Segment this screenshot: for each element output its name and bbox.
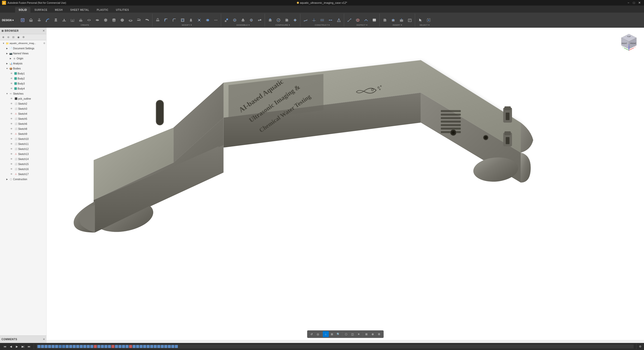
tree-item-bodies[interactable]: ▼ 📦 Bodies (0, 66, 46, 71)
browser-collapse-btn[interactable]: ⊖ (6, 35, 11, 40)
timeline-marker-33[interactable] (150, 345, 153, 348)
sketches-toggle[interactable]: ▼ (6, 92, 9, 95)
body4-eye[interactable]: 👁 (10, 87, 13, 90)
coil-btn[interactable] (135, 15, 143, 25)
sketch17-eye[interactable]: 👁 (10, 172, 13, 176)
orbit-btn[interactable]: ↺ (309, 331, 315, 337)
assemble-btn3[interactable] (239, 15, 247, 25)
design-dropdown[interactable]: DESIGN ▾ (1, 13, 15, 28)
hole-btn[interactable] (85, 15, 93, 25)
timeline-marker-20[interactable] (104, 345, 107, 348)
tree-item-body2[interactable]: 👁 Body2 (0, 76, 46, 81)
construction-toggle[interactable]: ▶ (6, 178, 9, 181)
timeline-marker-39[interactable] (171, 345, 174, 348)
tree-item-sketch17[interactable]: 👁 ⚠ Sketch17 (0, 172, 46, 177)
sweep-btn[interactable] (44, 15, 52, 25)
display-settings-btn[interactable]: ⚙ (376, 331, 382, 337)
sketch4-eye[interactable]: 👁 (10, 112, 13, 115)
sketch13-eye[interactable]: 👁 (10, 152, 13, 156)
tree-item-sketch12[interactable]: 👁 ⬜ Sketch12 (0, 146, 46, 151)
named-views-toggle[interactable]: ▶ (6, 52, 9, 55)
tab-sheet-metal[interactable]: SHEET METAL (67, 7, 93, 13)
timeline-marker-24[interactable] (118, 345, 122, 348)
root-toggle[interactable]: ▼ (2, 42, 5, 45)
timeline-marker-1[interactable] (37, 345, 41, 348)
timeline-marker-32[interactable] (147, 345, 150, 348)
fillet-btn[interactable] (162, 15, 170, 25)
new-component-btn[interactable] (19, 15, 27, 25)
timeline-marker-3[interactable] (45, 345, 48, 348)
modify-more-btn[interactable] (212, 15, 220, 25)
tree-item-sketch2[interactable]: 👁 ⬜ Sketch2 (0, 101, 46, 106)
timeline-marker-8[interactable] (62, 345, 65, 348)
sketch3-eye[interactable]: 👁 (10, 107, 13, 110)
sketch6-eye[interactable]: 👁 (10, 122, 13, 126)
timeline-marker-26[interactable] (126, 345, 129, 348)
timeline-marker-10[interactable] (69, 345, 72, 348)
timeline-marker-23[interactable] (115, 345, 118, 348)
timeline-marker-17-err[interactable] (94, 345, 97, 348)
assemble-btn2[interactable] (231, 15, 239, 25)
timeline-marker-13[interactable] (80, 345, 83, 348)
construct-btn2[interactable] (310, 15, 318, 25)
timeline-marker-6[interactable] (55, 345, 58, 348)
browser-close-btn[interactable]: ✕ (43, 29, 45, 32)
tree-item-root[interactable]: ▼ 📁 aquatic_ultrasonic_imag... ⚙ (0, 41, 46, 46)
revolve-btn[interactable] (35, 15, 43, 25)
timeline-marker-12[interactable] (76, 345, 79, 348)
bodies-toggle[interactable]: ▼ (6, 67, 9, 70)
timeline-marker-16[interactable] (90, 345, 93, 348)
browser-eye-btn[interactable]: ◉ (16, 35, 21, 40)
body2-eye[interactable]: 👁 (10, 77, 13, 80)
timeline-marker-2[interactable] (41, 345, 44, 348)
tree-item-doc-settings[interactable]: ▶ 📄 Document Settings (0, 46, 46, 51)
tree-item-sketch6[interactable]: 👁 ⬜ Sketch6 (0, 121, 46, 126)
home-btn[interactable]: ⌂ (323, 331, 329, 337)
tree-item-named-views[interactable]: ▶ 📷 Named Views (0, 51, 46, 56)
timeline-marker-28[interactable] (133, 345, 136, 348)
section-btn[interactable]: ◫ (349, 331, 355, 337)
cylinder-btn[interactable] (110, 15, 118, 25)
tab-solid[interactable]: SOLID (15, 7, 30, 13)
sketch11-eye[interactable]: 👁 (10, 142, 13, 146)
chamfer-btn[interactable] (170, 15, 178, 25)
scale-btn[interactable] (195, 15, 203, 25)
insert-btn3[interactable] (397, 15, 406, 25)
tree-item-sketch14[interactable]: 👁 ⬜ Sketch14 (0, 157, 46, 162)
tab-mesh[interactable]: MESH (51, 7, 66, 13)
construct-btn1[interactable] (302, 15, 310, 25)
timeline-marker-37[interactable] (164, 345, 167, 348)
tree-item-sketch15[interactable]: 👁 ⬜ Sketch15 (0, 162, 46, 167)
browser-filter-btn[interactable]: ⊟ (11, 35, 16, 40)
tree-item-body4[interactable]: 👁 Body4 (0, 86, 46, 91)
web-btn[interactable] (68, 15, 76, 25)
timeline-marker-27-err[interactable] (129, 345, 132, 348)
thread-btn[interactable] (93, 15, 101, 25)
pcb-eye[interactable]: 👁 (10, 97, 13, 100)
sketch9-eye[interactable]: 👁 (10, 132, 13, 136)
timeline-marker-14[interactable] (83, 345, 86, 348)
tree-item-sketch8[interactable]: 👁 ⬜ Sketch8 (0, 126, 46, 131)
insert-btn4[interactable] (406, 15, 414, 25)
interference-btn[interactable] (354, 15, 362, 25)
comments-close-btn[interactable]: ✕ (43, 338, 45, 341)
tree-item-sketch11[interactable]: 👁 ⬜ Sketch11 (0, 141, 46, 146)
tree-item-analysis[interactable]: ▶ 📊 Analysis (0, 61, 46, 66)
configure-btn1[interactable] (266, 15, 274, 25)
zoom-in-btn[interactable]: 🔍 (335, 331, 341, 337)
construct-btn3[interactable] (318, 15, 326, 25)
tree-item-origin[interactable]: ▶ ⊕ Origin (0, 56, 46, 61)
sketch5-eye[interactable]: 👁 (10, 117, 13, 121)
timeline-marker-30[interactable] (140, 345, 143, 348)
timeline-marker-31[interactable] (143, 345, 146, 348)
tree-item-sketch10[interactable]: 👁 ⬜ Sketch10 (0, 136, 46, 141)
sketch15-eye[interactable]: 👁 (10, 162, 13, 166)
timeline-marker-35[interactable] (157, 345, 160, 348)
tree-item-body1[interactable]: 👁 Body1 (0, 71, 46, 76)
viewport[interactable]: AI-based Aquatic Ultrasonic Imaging & Ch… (47, 28, 644, 340)
tab-plastic[interactable]: PLASTIC (93, 7, 112, 13)
assemble-btn1[interactable] (222, 15, 230, 25)
grid-btn[interactable]: ⊞ (364, 331, 370, 337)
minimize-window-btn[interactable]: − (626, 0, 631, 5)
tree-item-sketch5[interactable]: 👁 ⬜ Sketch5 (0, 116, 46, 121)
